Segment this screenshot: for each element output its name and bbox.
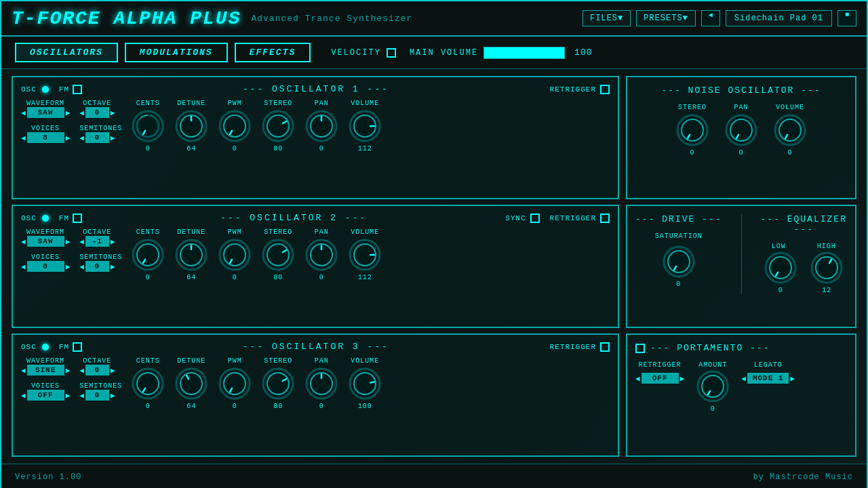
osc3-semitones-label: SEMITONES [79,382,122,390]
osc2-waveform-ctrl: ◀ SAW ▶ [21,236,70,247]
svg-point-28 [267,244,289,266]
osc1-semitones-next[interactable]: ▶ [111,134,115,142]
noise-pan-knob: PAN 0 [724,104,759,157]
saturation-label: SATURATION [635,232,722,240]
osc2-octave-next[interactable]: ▶ [111,237,115,246]
tab-modulations[interactable]: MODULATIONS [125,43,228,62]
eq-low-label: LOW [772,243,786,250]
osc3-semitones-next[interactable]: ▶ [111,391,115,400]
osc3-octave-ctrl: ◀ 0 ▶ [79,365,115,375]
osc1-octave-prev[interactable]: ◀ [79,108,84,117]
osc3-waveform-prev[interactable]: ◀ [21,366,26,375]
osc2-semitones-prev[interactable]: ◀ [79,262,84,271]
osc2-waveform-next[interactable]: ▶ [66,237,71,246]
osc3-semitones-value: 0 [85,390,109,401]
portamento-legato-label: LEGATO [741,361,795,369]
osc3-voices-prev[interactable]: ◀ [21,391,26,400]
osc2-voices-next[interactable]: ▶ [66,262,71,271]
svg-point-7 [224,115,245,137]
osc1-cents-knob: CENTS 0 [130,100,165,152]
osc3-fm-checkbox[interactable] [73,342,82,352]
portamento-retrigger-next[interactable]: ▶ [680,374,685,383]
noise-knob-row: STEREO 0 PAN [635,104,847,157]
osc1-waveform-label: WAVEFORM [21,100,70,107]
osc2-octave-prev[interactable]: ◀ [79,237,84,246]
osc1-octave-label: OCTAVE [79,100,115,107]
osc3-volume-knob: VOLUME 100 [347,357,382,410]
svg-point-37 [137,373,159,394]
osc3-octave-value: 0 [85,365,109,375]
portamento-legato-next[interactable]: ▶ [790,374,795,383]
presets-button[interactable]: PRESETS▼ [636,10,696,26]
tab-effects[interactable]: EFFECTS [235,43,311,62]
portamento-retrigger-label: RETRIGGER [635,361,684,369]
osc2-semitones-value: 0 [85,261,109,272]
osc1-octave-next[interactable]: ▶ [111,108,115,117]
tab-oscillators[interactable]: OSCILLATORS [15,43,118,62]
osc2-voices-prev[interactable]: ◀ [21,262,26,271]
osc2-waveform-prev[interactable]: ◀ [21,237,26,246]
osc3-octave-next[interactable]: ▶ [111,366,115,375]
noise-panel: --- NOISE OSCILLATOR --- STEREO 0 [626,76,856,199]
velocity-label: VELOCITY [331,48,381,58]
osc1-retrigger-checkbox[interactable] [600,85,610,94]
header-controls: FILES▼ PRESETS▼ ◀ Sidechain Pad 01 ■ [583,10,856,26]
noise-stereo-knob: STEREO 0 [675,104,710,157]
osc1-voices-label: VOICES [21,125,70,132]
preset-power-button[interactable]: ■ [837,10,856,26]
osc1-pwm-knob: PWM 0 [217,100,252,152]
osc3-semitones-ctrl: ◀ 0 ▶ [79,390,122,401]
osc3-waveform-section: WAVEFORM ◀ SINE ▶ OCTAVE ◀ [21,357,122,401]
osc3-retrigger-checkbox[interactable] [600,342,610,352]
osc2-main-title: --- OSCILLATOR 2 --- [92,213,495,223]
svg-point-52 [354,373,376,394]
osc1-semitones-prev[interactable]: ◀ [79,134,84,142]
portamento-panel: --- PORTAMENTO --- RETRIGGER ◀ OFF ▶ AMO… [626,333,856,457]
osc3-octave-prev[interactable]: ◀ [79,366,84,375]
osc1-title-section: OSC [21,85,49,94]
osc3-main-title: --- OSCILLATOR 3 --- [92,342,540,352]
svg-line-53 [370,382,374,383]
osc2-sync-checkbox[interactable] [530,214,540,223]
osc2-waveform-label: WAVEFORM [21,228,70,236]
osc1-voices-ctrl: ◀ 8 ▶ [21,132,70,143]
osc1-waveform-prev[interactable]: ◀ [21,108,26,117]
osc1-semitones-value: 0 [85,132,109,143]
osc3-semitones-prev[interactable]: ◀ [79,391,84,400]
osc2-header: OSC FM --- OSCILLATOR 2 --- SYNC RETRIGG… [21,213,610,223]
files-button[interactable]: FILES▼ [583,10,631,26]
portamento-checkbox[interactable] [635,344,645,353]
osc1-voices-next[interactable]: ▶ [66,134,71,142]
osc3-waveform-next[interactable]: ▶ [66,366,71,375]
svg-point-40 [180,373,202,394]
osc1-waveform-next[interactable]: ▶ [66,108,71,117]
osc3-title-section: OSC [21,343,49,351]
drive-section: --- DRIVE --- SATURATION [635,214,722,294]
osc1-voices-prev[interactable]: ◀ [21,134,26,142]
velocity-checkbox[interactable] [387,48,396,58]
svg-point-25 [224,244,245,266]
osc2-fm-label: FM [59,214,69,222]
header: T-FORCE ALPHA PLUS Advanced Trance Synth… [1,1,867,37]
volume-bar[interactable] [484,47,565,59]
velocity-section: VELOCITY [331,48,396,58]
osc1-fm-checkbox[interactable] [73,85,82,94]
osc3-voices-next[interactable]: ▶ [66,391,71,400]
osc1-header: OSC FM --- OSCILLATOR 1 --- RETRIGGER [21,84,610,94]
osc3-pwm-knob: PWM 0 [217,357,252,410]
osc3-led [42,344,49,350]
portamento-retrigger-value: OFF [642,373,679,384]
osc3-label: OSC [21,343,37,351]
osc2-fm-checkbox[interactable] [73,214,82,223]
osc1-volume-knob: VOLUME 112 [347,100,382,152]
portamento-legato-prev[interactable]: ◀ [741,374,746,383]
portamento-retrigger-prev[interactable]: ◀ [635,374,640,383]
portamento-legato-value: MODE 1 [747,373,789,384]
osc3-retrigger-section: RETRIGGER [550,342,610,352]
osc2-retrigger-checkbox[interactable] [600,214,610,223]
osc2-semitones-label: SEMITONES [79,253,122,261]
drive-saturation-knob: 0 [661,244,696,288]
osc2-semitones-next[interactable]: ▶ [111,262,115,271]
eq-high-label: HIGH [817,243,836,250]
power-button[interactable]: ◀ [701,10,720,26]
